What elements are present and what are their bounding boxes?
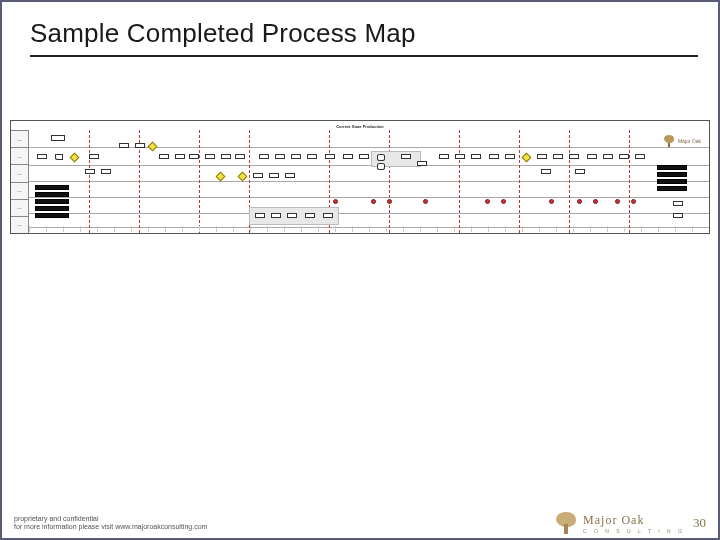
milestone-dot: [577, 199, 582, 204]
swimlane-label: —: [11, 147, 29, 164]
process-box: [505, 154, 515, 159]
decision-diamond: [148, 142, 158, 152]
swimlane-label: —: [11, 164, 29, 181]
footer-line2: for more information please visit www.ma…: [14, 523, 207, 531]
timeline-tick: [216, 226, 233, 232]
process-box: [323, 213, 333, 218]
timeline-tick: [369, 226, 386, 232]
timeline-tick: [573, 226, 590, 232]
milestone-dot: [593, 199, 598, 204]
map-header: Current State Production: [11, 122, 709, 130]
phase-divider: [629, 130, 630, 233]
task-bar: [35, 206, 69, 211]
map-header-line1: Current State Production: [336, 124, 384, 129]
task-bar: [657, 165, 687, 170]
timeline-tick: [182, 226, 199, 232]
timeline-tick: [199, 226, 216, 232]
process-box: [439, 154, 449, 159]
task-bar: [35, 213, 69, 218]
process-box: [307, 154, 317, 159]
phase-divider: [459, 130, 460, 233]
milestone-dot: [423, 199, 428, 204]
task-bar: [657, 186, 687, 191]
task-bar: [657, 179, 687, 184]
process-box: [619, 154, 629, 159]
process-box: [101, 169, 111, 174]
process-box: [205, 154, 215, 159]
process-box: [285, 173, 295, 178]
task-bar: [35, 185, 69, 190]
process-box: [455, 154, 465, 159]
phase-divider: [389, 130, 390, 233]
timeline-tick: [522, 226, 539, 232]
milestone-dot: [549, 199, 554, 204]
map-corner-brand: Major Oak: [678, 139, 701, 144]
timeline-tick: [97, 226, 114, 232]
process-box: [359, 154, 369, 159]
process-box: [287, 213, 297, 218]
process-box: [537, 154, 547, 159]
brand-logo: Major Oak C O N S U L T I N G: [555, 512, 685, 534]
timeline-tick: [539, 226, 556, 232]
database-shape: [377, 154, 385, 161]
process-box: [89, 154, 99, 159]
timeline: [29, 226, 709, 232]
timeline-tick: [386, 226, 403, 232]
lane-separator: [29, 181, 709, 182]
swimlane-label: —: [11, 182, 29, 199]
decision-diamond: [216, 172, 226, 182]
milestone-dot: [631, 199, 636, 204]
process-box: [603, 154, 613, 159]
task-bar: [35, 192, 69, 197]
milestone-dot: [501, 199, 506, 204]
timeline-tick: [471, 226, 488, 232]
timeline-tick: [556, 226, 573, 232]
timeline-tick: [318, 226, 335, 232]
timeline-tick: [148, 226, 165, 232]
lane-separator: [29, 147, 709, 148]
process-box: [673, 213, 683, 218]
process-box: [159, 154, 169, 159]
milestone-dot: [371, 199, 376, 204]
process-box: [271, 213, 281, 218]
document-shape: [55, 154, 63, 160]
brand-name: Major Oak: [583, 513, 685, 528]
decision-diamond: [238, 172, 248, 182]
process-box: [541, 169, 551, 174]
timeline-tick: [692, 226, 709, 232]
swimlane-label: —: [11, 199, 29, 216]
timeline-tick: [505, 226, 522, 232]
process-box: [275, 154, 285, 159]
lane-separator: [29, 213, 709, 214]
timeline-tick: [131, 226, 148, 232]
footer-text: proprietary and confidential for more in…: [14, 515, 207, 532]
phase-divider: [569, 130, 570, 233]
timeline-tick: [454, 226, 471, 232]
swimlane-label: —: [11, 130, 29, 147]
task-bar: [35, 199, 69, 204]
phase-divider: [199, 130, 200, 233]
process-box: [235, 154, 245, 159]
process-box: [51, 135, 65, 141]
process-box: [135, 143, 145, 148]
process-box: [673, 201, 683, 206]
swimlane-label: —: [11, 216, 29, 233]
tree-icon: [555, 512, 577, 534]
milestone-dot: [615, 199, 620, 204]
brand-subtitle: C O N S U L T I N G: [583, 528, 685, 534]
process-box: [259, 154, 269, 159]
tree-icon: [663, 135, 675, 147]
process-box: [221, 154, 231, 159]
timeline-tick: [301, 226, 318, 232]
process-box: [269, 173, 279, 178]
process-box: [37, 154, 47, 159]
lane-separator: [29, 165, 709, 166]
phase-divider: [519, 130, 520, 233]
timeline-tick: [403, 226, 420, 232]
process-box: [189, 154, 199, 159]
process-box: [305, 213, 315, 218]
slide-title: Sample Completed Process Map: [30, 18, 698, 49]
process-box: [325, 154, 335, 159]
timeline-tick: [420, 226, 437, 232]
process-box: [85, 169, 95, 174]
